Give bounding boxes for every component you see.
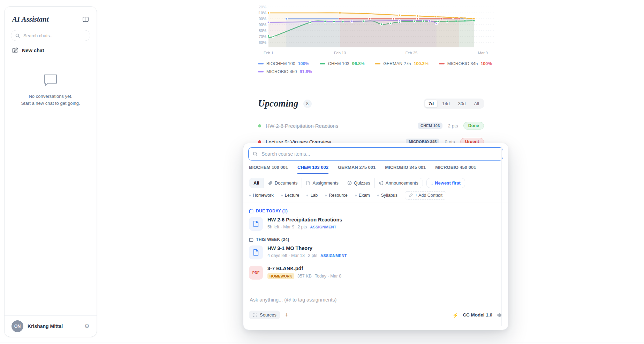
chat-search-input[interactable] — [23, 33, 86, 39]
bolt-icon: ⚡ — [453, 313, 459, 318]
filter-documents[interactable]: Documents — [264, 178, 302, 188]
status-badge: Done — [463, 122, 484, 130]
section-divider — [258, 88, 484, 88]
filter-label: Assignments — [312, 180, 338, 186]
legend-value: 100.2% — [414, 61, 428, 66]
tag-exam[interactable]: Exam — [355, 193, 370, 198]
filter-announcements[interactable]: Announcements — [374, 178, 423, 188]
legend-item: MICROBIO 450 91.9% — [258, 69, 312, 74]
chat-search — [11, 30, 90, 41]
range-14d[interactable]: 14d — [438, 100, 454, 108]
svg-text:120%: 120% — [258, 5, 266, 9]
legend-row: MICROBIO 450 91.9% — [258, 69, 499, 74]
sources-dots-icon — [252, 313, 257, 318]
due-meta: 4 days left · Mar 13 — [267, 253, 305, 258]
pdf-icon: PDF — [249, 266, 263, 280]
legend-item: CHEM 103 96.8% — [320, 61, 365, 66]
compose-icon — [12, 47, 18, 53]
sidebar-toggle-icon[interactable] — [82, 16, 89, 23]
chat-sidebar: AI Assistant New chat — [4, 6, 97, 337]
legend-swatch — [320, 63, 325, 64]
result-item[interactable]: PDF 3-7 BLANK.pdf HOMEWORK 357 KB Today … — [249, 266, 502, 280]
file-size: 357 KB — [297, 274, 312, 279]
course-search — [248, 147, 503, 161]
type-label: ASSIGNMENT — [310, 225, 336, 229]
tag-row: Homework Lecture Lab Resource Exam Sylla… — [249, 191, 502, 200]
svg-text:70%: 70% — [259, 34, 266, 39]
svg-text:Feb 13: Feb 13 — [334, 51, 346, 55]
app-title: AI Assistant — [12, 15, 49, 24]
legend-value: 96.8% — [352, 61, 364, 66]
empty-line2: Start a new chat to get going. — [5, 100, 97, 107]
empty-conversations: No conversations yet. Start a new chat t… — [5, 73, 97, 107]
document-icon — [249, 217, 263, 231]
filter-all[interactable]: All — [249, 178, 264, 188]
upcoming-row[interactable]: HW 2-6 Precipitation Reactions CHEM 103 … — [258, 118, 484, 134]
model-label[interactable]: CC Model 1.0 — [463, 312, 492, 318]
user-row[interactable]: ON Krishang Mittal ⚙ — [5, 315, 97, 337]
tag-label: Exam — [359, 193, 370, 198]
calendar-icon — [249, 237, 253, 242]
file-date: Today · Mar 8 — [315, 274, 341, 279]
new-chat-button[interactable]: New chat — [12, 47, 89, 53]
settings-gear-icon[interactable]: ⚙ — [84, 323, 90, 329]
result-item[interactable]: HW 3-1 MO Theory 4 days left · Mar 13 2 … — [249, 245, 502, 259]
add-context-label: + Add Context — [415, 193, 442, 198]
svg-text:100%: 100% — [258, 17, 266, 21]
tag-homework[interactable]: Homework — [249, 193, 274, 198]
file-icon — [306, 181, 310, 185]
modal-scrollbar[interactable] — [501, 147, 502, 326]
search-icon — [253, 151, 258, 156]
range-all[interactable]: All — [470, 100, 483, 108]
user-name: Krishang Mittal — [28, 323, 63, 329]
legend-row: BIOCHEM 100 100% CHEM 103 96.8% GERMAN 2… — [258, 61, 499, 66]
upcoming-row-meta: CHEM 103 2 pts Done — [418, 122, 484, 130]
sidebar-header: AI Assistant — [5, 7, 97, 24]
legend-label: MICROBIO 345 — [447, 61, 478, 66]
tag-dot-icon — [306, 195, 308, 196]
due-meta: 5h left · Mar 9 — [267, 225, 294, 229]
course-tabs: BIOCHEM 100 001 CHEM 103 002 GERMAN 275 … — [243, 165, 508, 174]
filter-label: Documents — [275, 180, 298, 186]
filter-assignments[interactable]: Assignments — [302, 178, 342, 188]
tab-biochem-100[interactable]: BIOCHEM 100 001 — [249, 165, 288, 174]
legend-label: GERMAN 275 — [383, 61, 411, 66]
filter-label: Announcements — [386, 180, 418, 186]
points-label: 2 pts — [448, 123, 458, 128]
add-context-button[interactable]: + Add Context — [405, 191, 446, 200]
legend-item: MICROBIO 345 100% — [439, 61, 492, 66]
calendar-icon — [249, 209, 253, 213]
search-icon — [15, 33, 20, 38]
ask-input[interactable] — [249, 297, 504, 303]
filter-label: Quizzes — [354, 180, 370, 186]
tab-microbio-450[interactable]: MICROBIO 450 001 — [435, 165, 476, 174]
upcoming-header: Upcoming 8 7d 14d 30d All — [258, 98, 484, 109]
item-title: HW 3-1 MO Theory — [267, 245, 347, 251]
plus-button[interactable]: + — [285, 312, 289, 318]
svg-text:80%: 80% — [259, 29, 266, 33]
filter-quizzes[interactable]: Quizzes — [343, 178, 374, 188]
page-bottom-border — [0, 343, 644, 343]
tag-syllabus[interactable]: Syllabus — [377, 193, 397, 198]
tag-lab[interactable]: Lab — [306, 193, 318, 198]
range-7d[interactable]: 7d — [425, 100, 438, 108]
sort-label: Newest first — [435, 180, 461, 186]
tag-label: Resource — [329, 193, 348, 198]
item-body: HW 2-6 Precipitation Reactions 5h left ·… — [267, 217, 342, 231]
legend-swatch — [258, 71, 264, 72]
tag-lecture[interactable]: Lecture — [281, 193, 300, 198]
tab-microbio-345[interactable]: MICROBIO 345 001 — [385, 165, 426, 174]
course-search-modal: BIOCHEM 100 001 CHEM 103 002 GERMAN 275 … — [243, 143, 508, 330]
tab-german-275[interactable]: GERMAN 275 001 — [338, 165, 376, 174]
sort-button[interactable]: ↓ Newest first — [426, 178, 465, 188]
avatar: ON — [12, 320, 23, 332]
range-30d[interactable]: 30d — [454, 100, 470, 108]
sources-button[interactable]: Sources — [249, 311, 280, 319]
svg-text:Feb 25: Feb 25 — [406, 51, 417, 55]
course-search-input[interactable] — [261, 151, 499, 157]
tab-chem-103[interactable]: CHEM 103 002 — [297, 165, 328, 174]
tag-dot-icon — [325, 195, 327, 196]
tag-resource[interactable]: Resource — [325, 193, 348, 198]
result-item[interactable]: HW 2-6 Precipitation Reactions 5h left ·… — [249, 217, 502, 231]
results-list: DUE TODAY (1) HW 2-6 Precipitation React… — [243, 203, 508, 292]
